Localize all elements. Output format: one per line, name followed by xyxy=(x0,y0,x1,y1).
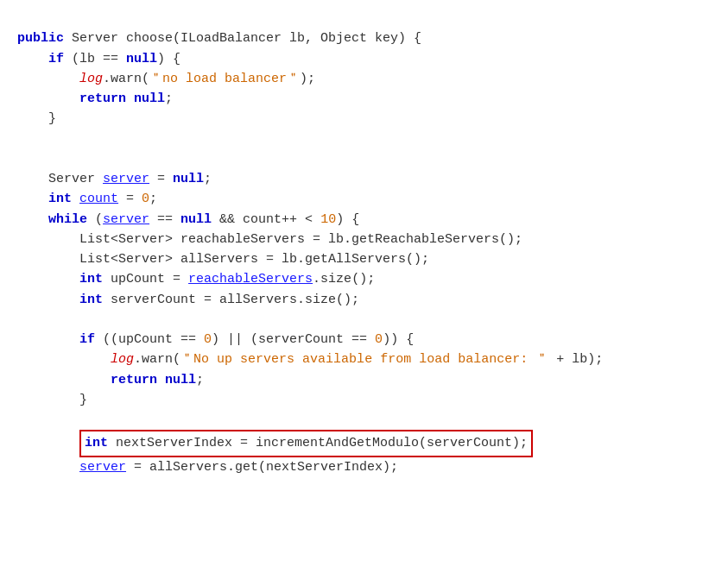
line-server-assign: server = allServers.get(nextServerIndex)… xyxy=(17,460,398,475)
line-upcount: int upCount = reachableServers.size(); xyxy=(17,272,375,286)
line-if-upcount: if ((upCount == 0) || (serverCount == 0)… xyxy=(17,332,414,347)
line-blank-3 xyxy=(17,312,25,327)
line-blank-4 xyxy=(17,412,25,427)
line-server-decl: Server server = null; xyxy=(17,172,212,186)
line-blank-1 xyxy=(17,132,25,147)
line-while: while (server == null && count++ < 10) { xyxy=(17,212,359,227)
line-blank-2 xyxy=(17,152,25,167)
line-highlighted: int nextServerIndex = incrementAndGetMod… xyxy=(17,436,533,450)
code-editor: public Server choose(ILoadBalancer lb, O… xyxy=(17,9,711,477)
line-close-if-1: } xyxy=(17,111,56,126)
line-reachable-servers: List<Server> reachableServers = lb.getRe… xyxy=(17,232,522,247)
line-count-decl: int count = 0; xyxy=(17,192,157,206)
line-all-servers: List<Server> allServers = lb.getAllServe… xyxy=(17,252,429,267)
line-close-if-2: } xyxy=(17,393,87,407)
line-log-warn-2: log.warn(＂No up servers available from l… xyxy=(17,352,603,367)
line-if-null: if (lb == null) { xyxy=(17,52,180,66)
line-method-signature: public Server choose(ILoadBalancer lb, O… xyxy=(17,31,421,46)
line-return-null-2: return null; xyxy=(17,373,204,387)
line-log-warn: log.warn(＂no load balancer＂); xyxy=(17,72,315,86)
line-return-null-1: return null; xyxy=(17,91,173,106)
line-servercount: int serverCount = allServers.size(); xyxy=(17,293,359,307)
